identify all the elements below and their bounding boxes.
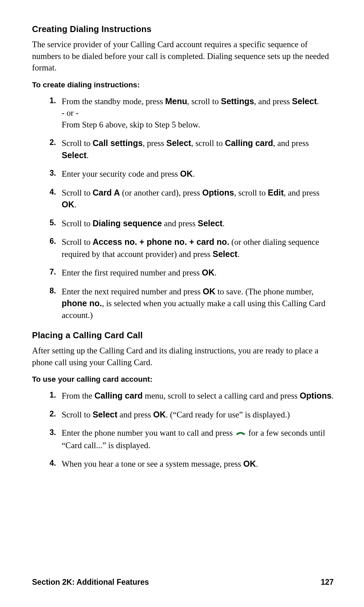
step-text: , scroll to bbox=[234, 188, 268, 197]
step-number: 1. bbox=[50, 95, 56, 106]
step-text: Enter the phone number you want to call … bbox=[62, 428, 235, 437]
period: . bbox=[237, 250, 239, 259]
step-text: , press bbox=[143, 139, 166, 148]
ui-settings: Settings bbox=[221, 96, 254, 106]
step-number: 4. bbox=[50, 458, 56, 469]
step-number: 3. bbox=[50, 168, 56, 179]
step-8: 8. Enter the next required number and pr… bbox=[50, 286, 334, 321]
step-number: 7. bbox=[50, 267, 56, 278]
ui-select: Select bbox=[292, 96, 317, 106]
ui-dialing-sequence: Dialing sequence bbox=[93, 219, 162, 228]
step-text: Enter your security code and press bbox=[62, 169, 180, 178]
step-number: 2. bbox=[50, 137, 56, 148]
step-text: , scroll to bbox=[187, 97, 221, 106]
ui-calling-card: Calling card bbox=[94, 391, 143, 400]
step-2: 2. Scroll to Call settings, press Select… bbox=[50, 137, 334, 161]
step-3: 3. Enter the phone number you want to ca… bbox=[50, 427, 334, 451]
ui-select: Select bbox=[213, 249, 238, 259]
ui-card-a: Card A bbox=[93, 188, 120, 197]
step-text: Scroll to bbox=[62, 237, 93, 247]
step-number: 3. bbox=[50, 427, 56, 438]
period: . bbox=[317, 97, 319, 106]
step-number: 4. bbox=[50, 187, 56, 198]
footer-section-label: Section 2K: Additional Features bbox=[32, 578, 149, 587]
step-text: , and press bbox=[284, 188, 320, 197]
ui-ok: OK bbox=[202, 268, 215, 277]
step-1: 1. From the standby mode, press Menu, sc… bbox=[50, 95, 334, 131]
step-or: - or - bbox=[62, 108, 79, 117]
period: . bbox=[222, 219, 224, 228]
page-footer: Section 2K: Additional Features 127 bbox=[0, 578, 364, 587]
period: . bbox=[74, 200, 77, 209]
period: . bbox=[256, 459, 258, 468]
subhead-to-use: To use your calling card account: bbox=[32, 375, 334, 384]
step-text: Enter the next required number and press bbox=[62, 287, 203, 296]
manual-page: Creating Dialing Instructions The servic… bbox=[0, 0, 364, 470]
step-text: Enter the first required number and pres… bbox=[62, 268, 202, 277]
step-text: menu, scroll to select a calling card an… bbox=[143, 391, 300, 400]
heading-creating-dialing: Creating Dialing Instructions bbox=[32, 24, 334, 34]
step-text: . (“Card ready for use” is displayed.) bbox=[166, 410, 290, 419]
step-text: Scroll to bbox=[62, 188, 93, 197]
step-number: 8. bbox=[50, 286, 56, 296]
step-text: to save. (The phone number, bbox=[215, 287, 313, 296]
ui-ok: OK bbox=[153, 410, 166, 419]
ui-ok: OK bbox=[180, 169, 193, 178]
step-text: When you hear a tone or see a system mes… bbox=[62, 459, 243, 468]
ui-options: Options bbox=[300, 391, 331, 400]
ui-ok: OK bbox=[62, 200, 74, 209]
step-text: Scroll to bbox=[62, 219, 93, 228]
heading-placing-call: Placing a Calling Card Call bbox=[32, 330, 334, 340]
step-text: From the standby mode, press bbox=[62, 97, 165, 106]
ui-phone-no: phone no. bbox=[62, 298, 102, 308]
ui-call-settings: Call settings bbox=[93, 138, 143, 148]
call-key-icon bbox=[236, 427, 246, 439]
step-7: 7. Enter the first required number and p… bbox=[50, 267, 334, 279]
step-text: From the bbox=[62, 391, 94, 400]
ui-select: Select bbox=[166, 138, 191, 148]
period: . bbox=[193, 169, 195, 178]
subhead-to-create: To create dialing instructions: bbox=[32, 81, 334, 89]
step-text: , and press bbox=[273, 139, 309, 148]
steps-use: 1. From the Calling card menu, scroll to… bbox=[32, 390, 334, 470]
ui-menu: Menu bbox=[165, 96, 187, 106]
period: . bbox=[214, 268, 216, 277]
ui-ok: OK bbox=[243, 459, 256, 468]
ui-options: Options bbox=[202, 188, 234, 197]
step-text: and press bbox=[117, 410, 153, 419]
step-3: 3. Enter your security code and press OK… bbox=[50, 168, 334, 180]
step-1: 1. From the Calling card menu, scroll to… bbox=[50, 390, 334, 402]
step-text: From Step 6 above, skip to Step 5 below. bbox=[62, 120, 200, 129]
step-text: , scroll to bbox=[191, 139, 225, 148]
step-6: 6. Scroll to Access no. + phone no. + ca… bbox=[50, 236, 334, 260]
step-text: Scroll to bbox=[62, 410, 93, 419]
step-text: Scroll to bbox=[62, 139, 93, 148]
ui-access-seq: Access no. + phone no. + card no. bbox=[93, 237, 230, 247]
step-4: 4. When you hear a tone or see a system … bbox=[50, 458, 334, 470]
step-text: (or another card), press bbox=[120, 188, 202, 197]
footer-page-number: 127 bbox=[321, 578, 334, 587]
ui-select: Select bbox=[198, 219, 223, 228]
intro-placing-call: After setting up the Calling Card and it… bbox=[32, 345, 334, 368]
step-4: 4. Scroll to Card A (or another card), p… bbox=[50, 187, 334, 211]
period: . bbox=[87, 151, 89, 160]
ui-calling-card: Calling card bbox=[225, 138, 273, 148]
ui-select: Select bbox=[62, 150, 87, 160]
ui-select: Select bbox=[93, 410, 118, 419]
step-5: 5. Scroll to Dialing sequence and press … bbox=[50, 218, 334, 230]
intro-creating-dialing: The service provider of your Calling Car… bbox=[32, 39, 334, 74]
step-text: , and press bbox=[254, 97, 292, 106]
step-number: 1. bbox=[50, 390, 56, 401]
ui-edit: Edit bbox=[268, 188, 283, 197]
step-number: 2. bbox=[50, 409, 56, 420]
period: . bbox=[332, 391, 334, 400]
step-2: 2. Scroll to Select and press OK. (“Card… bbox=[50, 409, 334, 421]
step-text: and press bbox=[162, 219, 198, 228]
step-number: 5. bbox=[50, 218, 56, 228]
ui-ok: OK bbox=[203, 287, 216, 296]
steps-create: 1. From the standby mode, press Menu, sc… bbox=[32, 95, 334, 321]
step-number: 6. bbox=[50, 236, 56, 247]
